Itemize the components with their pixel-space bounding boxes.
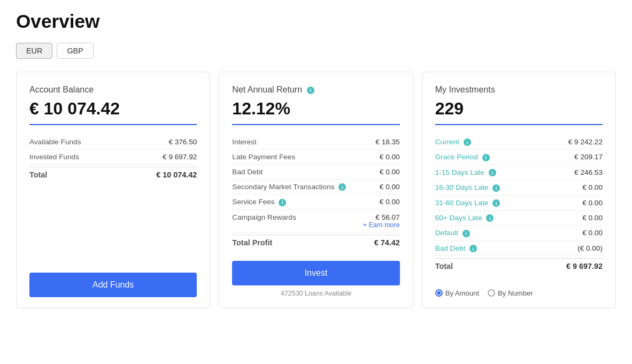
- 60-plus-days-late-value: € 0.00: [582, 214, 603, 222]
- 60-plus-days-late-label[interactable]: 60+ Days Late i: [435, 214, 494, 222]
- loans-available-text: 472530 Loans Available: [232, 290, 399, 297]
- late-payment-fees-label: Late Payment Fees: [232, 153, 295, 161]
- default-label[interactable]: Default i: [435, 229, 470, 237]
- grace-period-value: € 209.17: [574, 153, 603, 161]
- account-total-label: Total: [29, 171, 47, 179]
- late-payment-fees-row: Late Payment Fees € 0.00: [232, 150, 399, 165]
- service-fees-info-icon[interactable]: i: [279, 199, 286, 206]
- net-annual-return-title: Net Annual Return i: [232, 85, 399, 95]
- by-amount-radio[interactable]: [435, 289, 443, 297]
- 31-60-days-late-value: € 0.00: [582, 199, 603, 207]
- 16-30-days-late-row: 16-30 Days Late i € 0.00: [435, 180, 603, 195]
- secondary-market-value: € 0.00: [380, 183, 400, 191]
- nar-total-label: Total Profit: [232, 238, 272, 247]
- bad-debt-label: Bad Debt: [232, 168, 263, 176]
- default-row: Default i € 0.00: [435, 226, 603, 241]
- interest-value: € 18.35: [375, 138, 399, 146]
- campaign-rewards-label: Campaign Rewards: [232, 213, 296, 221]
- 1-15-days-late-row: 1-15 Days Late i € 246.53: [435, 165, 603, 180]
- invested-funds-row: Invested Funds € 9 697.92: [29, 150, 197, 165]
- radio-group: By Amount By Number: [435, 289, 603, 297]
- 31-60-days-late-label[interactable]: 31-60 Days Late i: [435, 199, 500, 207]
- bad-debt-value: € 0.00: [380, 168, 400, 176]
- 1-15-days-late-value: € 246.53: [574, 168, 603, 176]
- investments-bad-debt-row: Bad Debt i (€ 0.00): [435, 241, 603, 256]
- nar-divider: [232, 124, 399, 125]
- 1-15-days-late-label[interactable]: 1-15 Days Late i: [435, 168, 496, 176]
- page-title: Overview: [16, 11, 616, 32]
- investments-total-label: Total: [435, 262, 453, 270]
- my-investments-value: 229: [435, 99, 603, 119]
- available-funds-row: Available Funds € 376.50: [29, 135, 197, 150]
- secondary-market-info-icon[interactable]: i: [338, 183, 346, 191]
- account-total-value: € 10 074.42: [156, 171, 197, 179]
- interest-label: Interest: [232, 138, 256, 146]
- service-fees-label: Service Fees i: [232, 198, 286, 206]
- investments-rows: Current i € 9 242.22 Grace Period i € 20…: [435, 135, 603, 283]
- cards-container: Account Balance € 10 074.42 Available Fu…: [16, 72, 616, 308]
- account-total-row: Total € 10 074.42: [29, 167, 197, 182]
- by-number-radio[interactable]: [488, 289, 495, 297]
- nar-info-icon[interactable]: i: [307, 87, 314, 94]
- by-number-label: By Number: [498, 289, 533, 297]
- 60-plus-days-late-row: 60+ Days Late i € 0.00: [435, 211, 603, 226]
- available-funds-value: € 376.50: [168, 138, 197, 146]
- service-fees-row: Service Fees i € 0.00: [232, 195, 399, 210]
- gbp-button[interactable]: GBP: [57, 43, 93, 59]
- my-investments-card: My Investments 229 Current i € 9 242.22 …: [422, 72, 616, 308]
- available-funds-label: Available Funds: [29, 138, 81, 146]
- add-funds-button[interactable]: Add Funds: [29, 273, 197, 297]
- interest-row: Interest € 18.35: [232, 135, 399, 150]
- bad-debt-row: Bad Debt € 0.00: [232, 165, 399, 180]
- investments-bad-debt-label[interactable]: Bad Debt i: [435, 244, 477, 252]
- grace-period-row: Grace Period i € 209.17: [435, 150, 603, 165]
- nar-rows: Interest € 18.35 Late Payment Fees € 0.0…: [232, 135, 399, 250]
- investments-bad-debt-info-icon[interactable]: i: [469, 245, 477, 252]
- current-info-icon[interactable]: i: [464, 138, 471, 146]
- 31-60-info-icon[interactable]: i: [492, 199, 500, 207]
- by-amount-option[interactable]: By Amount: [435, 289, 479, 297]
- earn-more-link[interactable]: + Earn more: [363, 221, 400, 229]
- default-info-icon[interactable]: i: [463, 230, 470, 237]
- 1-15-info-icon[interactable]: i: [489, 169, 496, 176]
- 16-30-info-icon[interactable]: i: [492, 184, 500, 192]
- eur-button[interactable]: EUR: [16, 43, 52, 59]
- 60-plus-info-icon[interactable]: i: [486, 214, 494, 222]
- secondary-market-row: Secondary Market Transactions i € 0.00: [232, 180, 399, 195]
- by-number-option[interactable]: By Number: [488, 289, 533, 297]
- default-value: € 0.00: [582, 229, 603, 237]
- 16-30-days-late-label[interactable]: 16-30 Days Late i: [435, 183, 500, 191]
- net-annual-return-card: Net Annual Return i 12.12% Interest € 18…: [219, 72, 413, 308]
- by-amount-label: By Amount: [445, 289, 479, 297]
- 16-30-days-late-value: € 0.00: [582, 183, 603, 191]
- currency-selector: EUR GBP: [16, 43, 616, 59]
- investments-divider: [435, 124, 603, 125]
- current-label[interactable]: Current i: [435, 138, 471, 146]
- secondary-market-label: Secondary Market Transactions i: [232, 183, 346, 191]
- campaign-rewards-value: € 56.07: [375, 213, 399, 221]
- campaign-rewards-value-block: € 56.07 + Earn more: [363, 213, 400, 229]
- account-balance-value: € 10 074.42: [29, 99, 197, 119]
- net-annual-return-value: 12.12%: [232, 99, 399, 119]
- investments-bad-debt-value: (€ 0.00): [577, 244, 603, 252]
- invested-funds-value: € 9 697.92: [163, 153, 197, 161]
- investments-total-row: Total € 9 697.92: [435, 258, 603, 274]
- service-fees-value: € 0.00: [380, 198, 400, 206]
- grace-period-label[interactable]: Grace Period i: [435, 153, 490, 161]
- invest-button[interactable]: Invest: [232, 261, 399, 285]
- current-value: € 9 242.22: [568, 138, 603, 146]
- late-payment-fees-value: € 0.00: [380, 153, 400, 161]
- current-row: Current i € 9 242.22: [435, 135, 603, 150]
- account-balance-rows: Available Funds € 376.50 Invested Funds …: [29, 135, 197, 262]
- my-investments-title: My Investments: [435, 85, 603, 95]
- 31-60-days-late-row: 31-60 Days Late i € 0.00: [435, 196, 603, 211]
- investments-total-value: € 9 697.92: [566, 262, 603, 270]
- campaign-rewards-row: Campaign Rewards € 56.07 + Earn more: [232, 210, 399, 233]
- account-balance-card: Account Balance € 10 074.42 Available Fu…: [16, 72, 210, 308]
- account-balance-divider: [29, 124, 197, 125]
- nar-total-value: € 74.42: [374, 238, 400, 247]
- account-balance-title: Account Balance: [29, 85, 197, 95]
- grace-period-info-icon[interactable]: i: [482, 154, 490, 161]
- invested-funds-label: Invested Funds: [29, 153, 79, 161]
- nar-total-row: Total Profit € 74.42: [232, 235, 399, 250]
